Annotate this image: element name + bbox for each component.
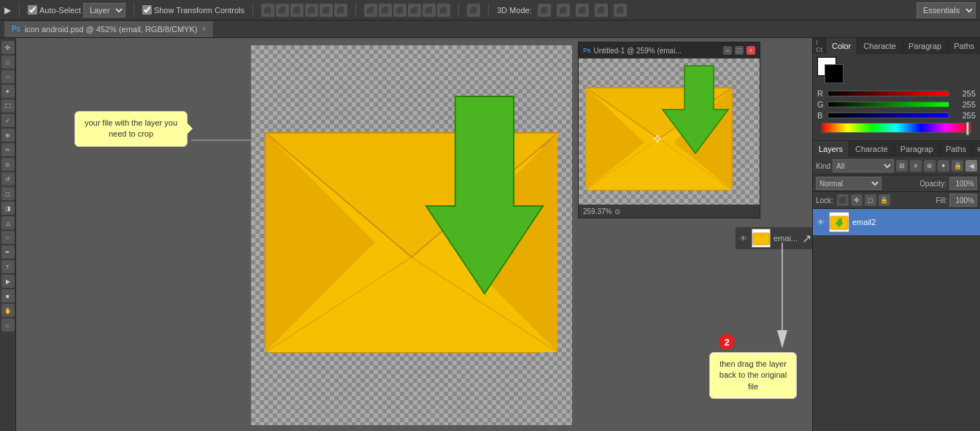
auto-select-checkbox[interactable] xyxy=(28,5,37,15)
stamp-tool[interactable]: ⊙ xyxy=(1,158,15,171)
filter-icon[interactable]: ⊞ xyxy=(896,160,908,172)
3d-icon-2[interactable]: ⬛ xyxy=(557,4,570,17)
main-canvas[interactable] xyxy=(251,45,572,425)
spectrum-thumb xyxy=(966,122,969,135)
right-panel: I Ct Color Characte Paragrap Paths ≡ xyxy=(812,38,980,431)
text-tool[interactable]: T xyxy=(1,260,15,273)
g-label: G xyxy=(817,100,825,109)
filter-2-icon[interactable]: ≡ xyxy=(910,160,922,172)
align-left-icon[interactable]: ⬛ xyxy=(261,4,274,17)
arrange-icon[interactable]: ⬛ xyxy=(467,4,480,17)
path-select-tool[interactable]: ▶ xyxy=(1,275,15,288)
gradient-tool[interactable]: ◨ xyxy=(1,202,15,215)
eyedropper-tool[interactable]: ✓ xyxy=(1,114,15,127)
align-top-icon[interactable]: ⬛ xyxy=(305,4,318,17)
swatch-pair xyxy=(817,57,844,83)
dist-v-icon[interactable]: ⬛ xyxy=(379,4,392,17)
layer-name-text: email2 xyxy=(852,218,977,226)
paths-tab[interactable]: Paths xyxy=(940,141,973,157)
filter-4-icon[interactable]: ✦ xyxy=(938,160,949,172)
spot-heal-tool[interactable]: ⊕ xyxy=(1,129,15,142)
svg-text:✜: ✜ xyxy=(653,133,662,145)
pen-tool[interactable]: ✒ xyxy=(1,245,15,259)
dist-4-icon[interactable]: ⬛ xyxy=(408,4,421,17)
status-icon: ⊙ xyxy=(614,207,620,216)
arrow-tool-icon[interactable]: ▶ xyxy=(4,5,11,15)
maximize-button[interactable]: □ xyxy=(735,46,744,55)
tab-ps-icon: Ps xyxy=(12,25,20,33)
crop-tool[interactable]: ⛶ xyxy=(1,99,15,112)
blend-mode-select[interactable]: Normal xyxy=(816,177,881,190)
svg-marker-21 xyxy=(777,330,787,348)
marquee-tool[interactable]: □ xyxy=(1,56,15,69)
3d-icon-4[interactable]: ⬛ xyxy=(595,4,608,17)
dist-6-icon[interactable]: ⬛ xyxy=(437,4,450,17)
paths-tab-color[interactable]: Paths xyxy=(948,38,980,54)
layer-visibility-icon[interactable]: 👁 xyxy=(816,217,826,227)
paragraph-tab[interactable]: Paragrap xyxy=(903,38,948,54)
tab-close-button[interactable]: × xyxy=(201,25,206,33)
main-toolbar: ▶ Auto-Select Layer Show Transform Contr… xyxy=(0,0,980,20)
3d-icon-3[interactable]: ⬛ xyxy=(576,4,589,17)
filter-toggle[interactable]: ◀ xyxy=(965,160,977,172)
paragraph-layers-tab[interactable]: Paragrap xyxy=(895,141,940,157)
brush-tool[interactable]: ✏ xyxy=(1,143,15,156)
history-tool[interactable]: ↺ xyxy=(1,172,15,186)
align-bottom-icon[interactable]: ⬛ xyxy=(334,4,347,17)
align-right-icon[interactable]: ⬛ xyxy=(290,4,304,17)
tab-bar: Ps icon android.psd @ 452% (email, RGB/8… xyxy=(0,20,980,38)
essentials-dropdown[interactable]: Essentials xyxy=(917,2,976,18)
callout-3: then drag the layer back to the original… xyxy=(709,352,797,399)
zoom-tool[interactable]: ⌕ xyxy=(1,319,15,332)
auto-select-dropdown[interactable]: Layer xyxy=(83,3,126,18)
lock-pixels-icon[interactable]: ⬛ xyxy=(837,194,849,206)
color-tab[interactable]: Color xyxy=(826,38,857,54)
3d-icon-1[interactable]: ⬛ xyxy=(538,4,551,17)
dist-5-icon[interactable]: ⬛ xyxy=(423,4,436,17)
align-center-icon[interactable]: ⬛ xyxy=(276,4,289,17)
r-slider[interactable] xyxy=(827,91,949,96)
file-tab[interactable]: Ps icon android.psd @ 452% (email, RGB/8… xyxy=(4,21,214,37)
lock-move-icon[interactable]: ✜ xyxy=(851,194,863,206)
g-slider[interactable] xyxy=(827,102,949,107)
b-slider[interactable] xyxy=(827,112,949,118)
b-label: B xyxy=(817,111,825,120)
layers-tab[interactable]: Layers xyxy=(813,141,849,157)
kind-select[interactable]: All xyxy=(833,159,894,172)
dodge-tool[interactable]: ○ xyxy=(1,231,15,244)
align-middle-icon[interactable]: ⬛ xyxy=(320,4,333,17)
layers-menu-icon[interactable]: ≡ xyxy=(973,141,980,157)
untitled-canvas[interactable]: ✜ xyxy=(579,58,760,205)
character-layers-tab[interactable]: Characte xyxy=(849,141,895,157)
color-panel: I Ct Color Characte Paragrap Paths ≡ xyxy=(813,38,980,141)
color-spectrum[interactable] xyxy=(822,123,971,133)
blur-tool[interactable]: △ xyxy=(1,216,15,229)
opacity-input[interactable]: 100% xyxy=(949,177,977,190)
lock-row: Lock: ⬛ ✜ ◻ 🔒 Fill: xyxy=(813,192,980,209)
layer-row-email2[interactable]: 👁 email2 xyxy=(813,209,980,235)
color-sliders: R 255 G 255 B 255 xyxy=(813,86,980,140)
dist-3-icon[interactable]: ⬛ xyxy=(393,4,406,17)
3d-icon-5[interactable]: ⬛ xyxy=(614,4,627,17)
wand-tool[interactable]: ✦ xyxy=(1,85,15,98)
shape-tool[interactable]: ■ xyxy=(1,289,15,302)
untitled-window[interactable]: Ps Untitled-1 @ 259% (emai... – □ × xyxy=(578,42,760,218)
hand-tool[interactable]: ✋ xyxy=(1,304,15,317)
drag-visibility-icon[interactable]: 👁 xyxy=(738,233,749,243)
filter-5-icon[interactable]: 🔒 xyxy=(952,160,963,172)
move-tool[interactable]: ✜ xyxy=(1,41,15,54)
close-button[interactable]: × xyxy=(746,46,755,55)
character-tab[interactable]: Characte xyxy=(857,38,903,54)
filter-3-icon[interactable]: ⊕ xyxy=(924,160,935,172)
callout-1: your file with the layer you need to cro… xyxy=(74,111,188,147)
badge-2: 2 xyxy=(719,334,735,350)
background-swatch[interactable] xyxy=(825,64,844,83)
eraser-tool[interactable]: ◻ xyxy=(1,187,15,200)
fill-input[interactable] xyxy=(949,194,977,207)
lock-all-icon[interactable]: 🔒 xyxy=(879,194,890,206)
dist-h-icon[interactable]: ⬛ xyxy=(364,4,377,17)
lasso-tool[interactable]: ⌓ xyxy=(1,70,15,83)
show-transform-checkbox[interactable] xyxy=(142,5,152,15)
lock-artboard-icon[interactable]: ◻ xyxy=(865,194,876,206)
minimize-button[interactable]: – xyxy=(723,46,732,55)
